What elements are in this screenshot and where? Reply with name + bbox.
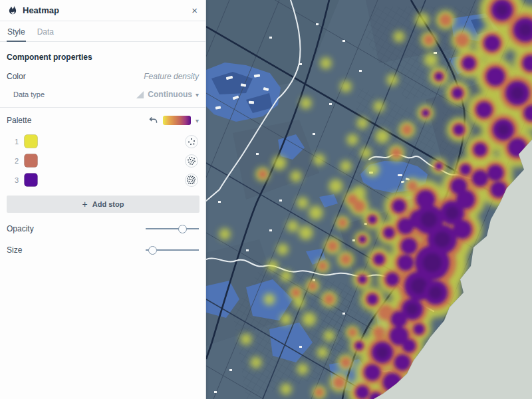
section-title: Component properties xyxy=(7,53,199,62)
size-label: Size xyxy=(7,245,22,255)
opacity-row: Opacity xyxy=(7,223,199,234)
map-canvas[interactable] xyxy=(206,0,532,399)
add-stop-button[interactable]: + Add stop xyxy=(7,196,200,213)
color-swatch-2[interactable] xyxy=(24,154,38,168)
palette-stop-3: 3 xyxy=(11,170,199,190)
opacity-label: Opacity xyxy=(7,224,34,233)
density-medium-icon xyxy=(184,154,199,168)
tab-data[interactable]: Data xyxy=(37,21,55,42)
flame-icon xyxy=(8,5,17,15)
panel-header: Heatmap × xyxy=(0,0,205,21)
ramp-icon xyxy=(136,90,144,99)
slider-handle[interactable] xyxy=(148,246,157,255)
tab-style[interactable]: Style xyxy=(7,21,26,42)
palette-controls: ▾ xyxy=(148,116,199,125)
size-row: Size xyxy=(7,245,199,255)
map-render xyxy=(206,0,532,399)
plus-icon: + xyxy=(82,199,88,209)
palette-row: Palette ▾ xyxy=(7,116,199,125)
color-label: Color xyxy=(7,72,26,81)
color-swatch-3[interactable] xyxy=(24,173,38,187)
color-property-row: Color Feature density xyxy=(7,72,199,81)
palette-stop-2: 2 xyxy=(11,151,199,170)
palette-label: Palette xyxy=(7,116,31,125)
chevron-down-icon: ▾ xyxy=(196,91,199,98)
undo-icon[interactable] xyxy=(148,116,158,125)
close-icon[interactable]: × xyxy=(192,5,198,15)
divider xyxy=(0,107,205,108)
stop-index: 2 xyxy=(11,157,19,165)
data-type-select[interactable]: Continuous ▾ xyxy=(136,90,199,99)
chevron-down-icon[interactable]: ▾ xyxy=(196,117,199,124)
palette-gradient[interactable] xyxy=(163,116,191,125)
slider-handle[interactable] xyxy=(178,225,187,233)
data-type-row: Data type Continuous ▾ xyxy=(7,90,199,99)
density-low-icon xyxy=(184,134,199,149)
density-high-icon xyxy=(184,173,199,188)
add-stop-label: Add stop xyxy=(92,200,124,208)
slider-track xyxy=(146,228,199,229)
panel-tabs: Style Data xyxy=(0,21,205,42)
stop-index: 1 xyxy=(11,138,19,146)
palette-stops: 1 2 xyxy=(0,132,205,190)
color-value: Feature density xyxy=(144,72,199,81)
heatmap-style-panel: Heatmap × Style Data Component propertie… xyxy=(0,0,206,399)
opacity-slider[interactable] xyxy=(146,224,199,233)
size-slider[interactable] xyxy=(146,245,199,255)
stop-index: 3 xyxy=(11,176,19,184)
palette-stop-1: 1 xyxy=(11,132,199,151)
heatmap-editor-app: Heatmap × Style Data Component propertie… xyxy=(0,0,532,399)
data-type-label: Data type xyxy=(13,90,45,98)
panel-title: Heatmap xyxy=(23,5,59,15)
color-swatch-1[interactable] xyxy=(24,134,38,148)
data-type-value: Continuous xyxy=(148,90,192,99)
